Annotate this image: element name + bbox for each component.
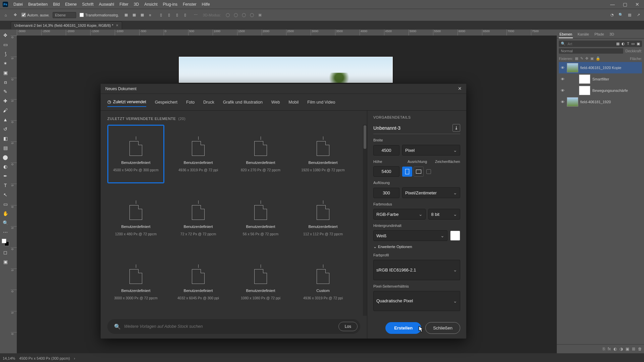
document-icon xyxy=(250,200,271,221)
preset-dimensions: 644 x 362 Px @ 72 ppcm xyxy=(301,168,345,172)
document-icon xyxy=(188,264,209,285)
preset-name: Benutzerdefiniert xyxy=(309,161,338,165)
document-icon xyxy=(313,264,333,285)
preset-card[interactable]: Custom 4936 x 3319 Px @ 72 ppi xyxy=(294,253,352,311)
profile-label: Farbprofil xyxy=(373,253,460,257)
preset-name: Benutzerdefiniert xyxy=(121,225,151,229)
color-profile-dropdown[interactable]: sRGB IEC61966-2.1 xyxy=(373,260,460,280)
orientation-landscape[interactable] xyxy=(414,167,424,177)
preset-dimensions: 56 x 56 Px @ 72 ppcm xyxy=(243,232,278,236)
preset-card[interactable]: Benutzerdefiniert 4032 x 6045 Px @ 300 p… xyxy=(170,253,227,311)
colormode-label: Farbmodus xyxy=(373,202,460,206)
bitdepth-dropdown[interactable]: 8 bit xyxy=(428,209,460,220)
preset-card[interactable]: Benutzerdefiniert 112 x 112 Px @ 72 ppcm xyxy=(294,189,352,247)
preset-name: Benutzerdefiniert xyxy=(184,161,213,165)
preset-card[interactable]: Benutzerdefiniert 72 x 72 Px @ 72 ppcm xyxy=(170,189,227,247)
tab-film[interactable]: Film und Video xyxy=(307,97,335,107)
preset-card[interactable]: Benutzerdefiniert 3000 x 3000 Px @ 72 pp… xyxy=(107,253,164,311)
close-button[interactable]: Schließen xyxy=(425,322,460,334)
artboards-label: Zeichenflächen xyxy=(435,160,460,164)
tab-photo[interactable]: Foto xyxy=(186,97,195,107)
preset-name: Benutzerdefiniert xyxy=(121,161,151,165)
new-document-dialog: Neues Dokument × ◷Zuletzt verwendet Gesp… xyxy=(101,84,466,339)
doc-name-field[interactable]: Unbenannt-3 xyxy=(373,125,400,131)
dialog-close-icon[interactable]: × xyxy=(458,85,462,92)
unit-dropdown[interactable]: Pixel xyxy=(402,145,460,156)
background-dropdown[interactable]: Weiß xyxy=(373,230,447,241)
stock-search-go-button[interactable]: Los xyxy=(338,322,358,331)
preset-card[interactable]: Benutzerdefiniert 820 x 270 Px @ 72 ppcm xyxy=(232,125,289,183)
document-icon xyxy=(188,136,209,157)
preset-dimensions: 820 x 270 Px @ 72 ppcm xyxy=(241,168,280,172)
dialog-title: Neues Dokument xyxy=(105,86,137,91)
stock-search-input[interactable] xyxy=(124,324,335,329)
save-preset-icon[interactable]: ⤓ xyxy=(452,124,460,132)
preset-dimensions: 112 x 112 Px @ 72 ppcm xyxy=(303,232,343,236)
preset-dimensions: 1080 x 1080 Px @ 72 ppi xyxy=(241,296,280,300)
orientation-label: Ausrichtung xyxy=(408,160,427,164)
preset-details-panel: VORGABENDETAILS Unbenannt-3 ⤓ Breite 450… xyxy=(367,111,466,339)
preset-card[interactable]: Benutzerdefiniert 644 x 362 Px @ 72 pp… xyxy=(294,125,352,183)
preset-dimensions: 4936 x 3319 Px @ 72 ppi xyxy=(178,168,218,172)
resolution-unit-dropdown[interactable]: Pixel/Zentimeter xyxy=(402,187,460,198)
preset-name: Benutzerdefiniert xyxy=(246,161,275,165)
preset-dimensions: 3000 x 3000 Px @ 72 ppcm xyxy=(114,296,158,300)
preset-scrollbar[interactable] xyxy=(363,125,367,316)
preset-card[interactable]: Benutzerdefiniert 56 x 56 Px @ 72 ppcm xyxy=(232,189,289,247)
resolution-input[interactable]: 300 xyxy=(373,188,399,198)
create-button[interactable]: Erstellen xyxy=(385,322,421,334)
search-icon: 🔍 xyxy=(114,323,121,330)
preset-card[interactable]: Benutzerdefiniert 4500 x 5400 Px @ 300 p… xyxy=(107,125,164,183)
preset-name: Benutzerdefiniert xyxy=(246,225,275,229)
preset-dimensions: 4500 x 5400 Px @ 300 ppcm xyxy=(113,168,159,172)
resolution-label: Auflösung xyxy=(373,181,460,185)
tab-recent[interactable]: ◷Zuletzt verwendet xyxy=(107,97,146,107)
preset-name: Benutzerdefiniert xyxy=(121,289,151,293)
preset-card[interactable]: Benutzerdefiniert 4936 x 3319 Px @ 72 pp… xyxy=(170,125,227,183)
tab-art[interactable]: Grafik und Illustration xyxy=(223,97,263,107)
clock-icon: ◷ xyxy=(107,99,111,104)
height-input[interactable]: 5400 xyxy=(373,166,399,177)
tab-mobile[interactable]: Mobil xyxy=(288,97,299,107)
preset-name: Benutzerdefiniert xyxy=(184,225,213,229)
colormode-dropdown[interactable]: RGB-Farbe xyxy=(373,209,426,220)
document-icon xyxy=(250,264,271,285)
preset-name: Benutzerdefiniert xyxy=(184,289,213,293)
document-icon xyxy=(188,200,209,221)
document-icon xyxy=(313,136,333,157)
preset-dimensions: 72 x 72 Px @ 72 ppcm xyxy=(180,232,216,236)
details-heading: VORGABENDETAILS xyxy=(373,115,460,119)
advanced-toggle[interactable]: Erweiterte Optionen xyxy=(373,244,460,249)
preset-dimensions: 4032 x 6045 Px @ 300 ppi xyxy=(177,296,219,300)
width-input[interactable]: 4500 xyxy=(373,145,399,156)
preset-heading: ZULETZT VERWENDETE ELEMENTE xyxy=(107,117,176,121)
document-icon xyxy=(125,264,146,285)
preset-name: Benutzerdefiniert xyxy=(309,225,338,229)
preset-count: (20) xyxy=(178,117,186,121)
preset-card[interactable]: Benutzerdefiniert 1080 x 1080 Px @ 72 pp… xyxy=(232,253,289,311)
document-icon xyxy=(125,136,146,157)
preset-name: Benutzerdefiniert xyxy=(246,289,275,293)
preset-card[interactable]: Benutzerdefiniert 1200 x 480 Px @ 72 ppc… xyxy=(107,189,164,247)
background-label: Hintergrundinhalt xyxy=(373,224,460,228)
artboards-checkbox[interactable] xyxy=(426,169,431,174)
document-icon xyxy=(313,200,333,221)
preset-name: Custom xyxy=(316,289,330,293)
document-icon xyxy=(125,200,146,221)
stock-search-bar: 🔍 Los xyxy=(107,319,360,334)
height-label: Höhe xyxy=(373,160,399,164)
pixel-aspect-dropdown[interactable]: Quadratische Pixel xyxy=(373,291,460,311)
preset-dimensions: 4936 x 3319 Px @ 72 ppi xyxy=(303,296,343,300)
aspect-label: Pixel-Seitenverhältnis xyxy=(373,284,460,288)
tab-saved[interactable]: Gespeichert xyxy=(155,97,177,107)
document-icon xyxy=(250,136,271,157)
dialog-category-tabs: ◷Zuletzt verwendet Gespeichert Foto Druc… xyxy=(101,94,466,111)
background-color-swatch[interactable] xyxy=(450,231,460,241)
tab-web[interactable]: Web xyxy=(271,97,280,107)
width-label: Breite xyxy=(373,138,460,142)
tab-print[interactable]: Druck xyxy=(203,97,214,107)
preset-dimensions: 1200 x 480 Px @ 72 ppcm xyxy=(115,232,157,236)
orientation-portrait[interactable] xyxy=(402,167,412,177)
preset-grid: Benutzerdefiniert 4500 x 5400 Px @ 300 p… xyxy=(107,125,363,316)
